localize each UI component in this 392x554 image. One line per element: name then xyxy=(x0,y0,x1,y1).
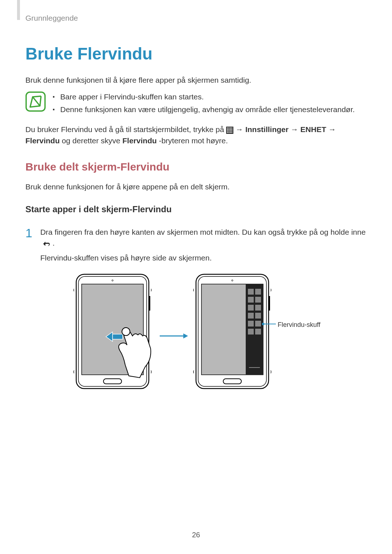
step-number-1: 1 xyxy=(25,227,32,239)
svg-rect-25 xyxy=(149,296,150,311)
transition-arrow-icon xyxy=(160,333,188,338)
svg-rect-14 xyxy=(230,130,231,131)
svg-rect-41 xyxy=(255,297,261,303)
multiwindow-illustration xyxy=(73,272,319,396)
arrow-2: → xyxy=(291,125,301,134)
step-1-span-1: Dra fingeren fra den høyre kanten av skj… xyxy=(40,228,366,236)
instruction-text-2d: -bryteren mot høyre. xyxy=(159,136,228,145)
note-item-2: Denne funksjonen kan være utilgjengelig,… xyxy=(52,104,355,115)
svg-rect-6 xyxy=(230,127,231,128)
svg-rect-49 xyxy=(255,329,261,335)
svg-line-2 xyxy=(40,96,41,106)
svg-rect-5 xyxy=(229,127,230,128)
section-2-title: Bruke delt skjerm-Flervindu xyxy=(25,159,367,175)
svg-rect-43 xyxy=(255,305,261,311)
svg-rect-0 xyxy=(26,92,45,111)
intro-paragraph: Bruk denne funksjonen til å kjøre flere … xyxy=(25,75,367,86)
svg-rect-7 xyxy=(232,127,233,128)
section-2-intro: Bruk denne funksjonen for å kjøre appene… xyxy=(25,181,367,192)
instruction-settings: Innstillinger xyxy=(245,125,289,134)
svg-rect-16 xyxy=(227,132,228,133)
section-2-subheading: Starte apper i delt skjerm-Flervindu xyxy=(25,203,367,216)
svg-rect-45 xyxy=(255,313,261,319)
instruction-text-1: Du bruker Flervindu ved å gå til startsk… xyxy=(25,125,226,134)
svg-rect-10 xyxy=(230,129,231,130)
instruction-text-2b: og deretter skyve xyxy=(62,136,122,145)
svg-rect-18 xyxy=(230,132,231,133)
note-box: Bare apper i Flervindu-skuffen kan start… xyxy=(25,91,367,117)
step-1-content: Dra fingeren fra den høyre kanten av skj… xyxy=(40,227,367,263)
svg-rect-17 xyxy=(229,132,230,133)
instruction-flervindu-1: Flervindu xyxy=(25,136,60,145)
arrow-3: → xyxy=(328,125,336,134)
back-icon xyxy=(40,239,53,247)
svg-rect-19 xyxy=(232,132,233,133)
svg-rect-13 xyxy=(229,130,230,131)
svg-rect-9 xyxy=(229,129,230,130)
instruction-paragraph: Du bruker Flervindu ved å gå til startsk… xyxy=(25,124,367,146)
svg-point-28 xyxy=(122,328,130,336)
svg-rect-38 xyxy=(248,289,254,295)
svg-rect-12 xyxy=(227,130,228,131)
callout-label: Flervindu-skuff xyxy=(278,320,320,329)
arrow-1: → xyxy=(236,125,245,134)
svg-line-1 xyxy=(33,96,41,97)
instruction-device: ENHET xyxy=(301,125,326,134)
svg-rect-42 xyxy=(248,305,254,311)
illustration-container: Flervindu-skuff xyxy=(25,272,367,396)
page-number: 26 xyxy=(0,530,392,540)
step-1-text-1: Dra fingeren fra den høyre kanten av skj… xyxy=(40,227,367,249)
step-1-span-1b: . xyxy=(53,239,55,247)
header-section: Grunnleggende xyxy=(25,13,367,24)
note-item-1: Bare apper i Flervindu-skuffen kan start… xyxy=(52,91,355,102)
svg-rect-8 xyxy=(227,129,228,130)
svg-rect-11 xyxy=(232,129,233,130)
svg-rect-15 xyxy=(232,130,233,131)
svg-marker-30 xyxy=(183,333,188,338)
svg-rect-39 xyxy=(255,289,261,295)
note-icon xyxy=(25,91,46,115)
svg-rect-48 xyxy=(248,329,254,335)
svg-rect-40 xyxy=(248,297,254,303)
svg-rect-47 xyxy=(255,321,261,327)
note-list: Bare apper i Flervindu-skuffen kan start… xyxy=(52,91,355,117)
page-title: Bruke Flervindu xyxy=(25,42,367,66)
svg-rect-44 xyxy=(248,313,254,319)
tab-indicator xyxy=(17,0,20,20)
step-1: 1 Dra fingeren fra den høyre kanten av s… xyxy=(25,227,367,263)
svg-rect-46 xyxy=(248,321,254,327)
svg-rect-36 xyxy=(269,296,270,311)
svg-rect-26 xyxy=(113,334,123,339)
apps-grid-icon xyxy=(226,125,236,134)
svg-point-52 xyxy=(262,323,265,325)
svg-rect-4 xyxy=(227,127,228,128)
step-1-text-2: Flervindu-skuffen vises på høyre side av… xyxy=(40,253,367,263)
instruction-flervindu-2: Flervindu xyxy=(122,136,157,145)
